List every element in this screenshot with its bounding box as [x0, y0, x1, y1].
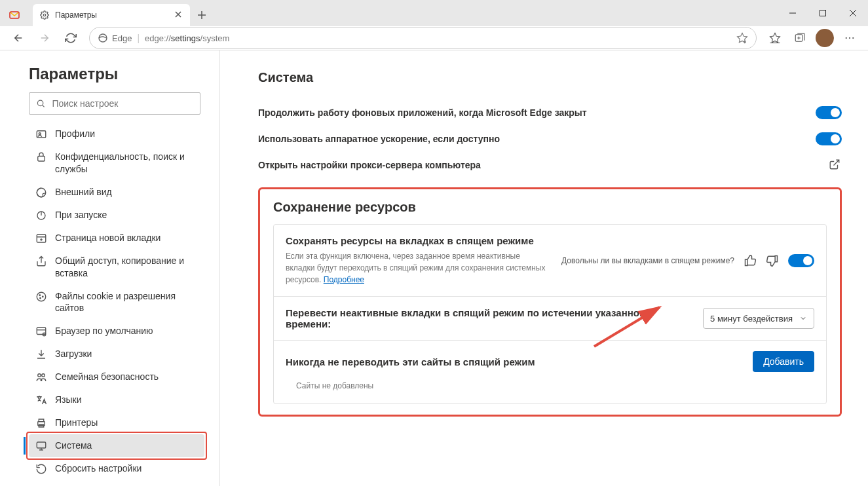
favorite-icon[interactable] — [736, 32, 748, 44]
thumbs-down-icon[interactable] — [766, 254, 779, 267]
favorites-icon[interactable] — [763, 26, 787, 50]
sidebar-item-newtab[interactable]: Страница новой вкладки — [29, 227, 207, 250]
sidebar-item-family[interactable]: Семейная безопасность — [29, 365, 207, 388]
avatar[interactable] — [813, 26, 837, 50]
forward-button[interactable] — [33, 26, 56, 50]
titlebar: Параметры — [0, 0, 868, 26]
gear-icon — [39, 10, 50, 20]
browser-toolbar: Edge | edge://settings/system — [0, 26, 868, 50]
close-icon[interactable] — [174, 10, 183, 20]
setting-background-apps: Продолжить работу фоновых приложений, ко… — [258, 100, 842, 126]
browser-tab[interactable]: Параметры — [33, 4, 190, 26]
chevron-down-icon — [799, 314, 807, 322]
sleep-title: Сохранять ресурсы на вкладках в спящем р… — [286, 235, 551, 246]
svg-point-15 — [37, 292, 46, 301]
svg-rect-2 — [820, 10, 826, 16]
timeout-dropdown[interactable]: 5 минут бездействия — [703, 308, 814, 329]
sidebar-item-system[interactable]: Система — [29, 434, 204, 457]
svg-point-1 — [43, 14, 46, 16]
settings-main: Система Продолжить работу фоновых прилож… — [220, 50, 868, 486]
svg-point-10 — [39, 133, 41, 135]
toggle-sleeping-tabs[interactable] — [788, 254, 814, 267]
app-icon — [9, 10, 20, 20]
svg-point-8 — [37, 100, 43, 105]
sidebar-item-startup[interactable]: При запуске — [29, 204, 207, 227]
svg-rect-11 — [38, 157, 45, 162]
new-tab-button[interactable] — [193, 6, 211, 24]
more-icon[interactable] — [838, 26, 861, 50]
never-sleep-label: Никогда не переводить эти сайты в спящий… — [286, 356, 535, 367]
thumbs-up-icon[interactable] — [744, 254, 757, 267]
sidebar-item-default[interactable]: Браузер по умолчанию — [29, 320, 207, 343]
url-text: edge://settings/system — [145, 33, 229, 43]
sleep-desc: Если эта функция включена, через заданно… — [286, 250, 548, 286]
setting-proxy[interactable]: Открыть настройки прокси-сервера компьют… — [258, 152, 842, 178]
resource-highlight: Сохранение ресурсов Сохранять ресурсы на… — [258, 187, 842, 417]
svg-rect-24 — [37, 442, 46, 448]
svg-line-26 — [594, 307, 660, 346]
resource-title: Сохранение ресурсов — [273, 200, 827, 215]
sidebar-item-share[interactable]: Общий доступ, копирование и вставка — [29, 250, 207, 285]
external-link-icon — [829, 159, 842, 172]
sidebar-item-phone[interactable]: Телефон и другие устройства — [29, 480, 207, 486]
sidebar-item-profiles[interactable]: Профили — [29, 122, 207, 145]
collections-icon[interactable] — [788, 26, 812, 50]
tab-title: Параметры — [55, 10, 169, 20]
svg-point-7 — [852, 37, 854, 39]
sidebar-item-reset[interactable]: Сбросить настройки — [29, 457, 207, 480]
svg-point-17 — [43, 296, 44, 297]
minimize-button[interactable] — [778, 0, 808, 26]
section-title: Система — [258, 70, 842, 85]
refresh-button[interactable] — [59, 26, 83, 50]
learn-more-link[interactable]: Подробнее — [324, 275, 364, 284]
svg-point-18 — [40, 297, 41, 299]
svg-point-5 — [846, 37, 847, 39]
svg-point-6 — [849, 37, 850, 39]
toggle-background-apps[interactable] — [816, 106, 842, 119]
svg-point-22 — [42, 374, 45, 377]
address-bar[interactable]: Edge | edge://settings/system — [89, 27, 757, 49]
close-window-button[interactable] — [838, 0, 868, 26]
sidebar-title: Параметры — [29, 65, 207, 83]
sidebar-item-languages[interactable]: Языки — [29, 388, 207, 411]
sidebar-item-downloads[interactable]: Загрузки — [29, 343, 207, 365]
settings-sidebar: Параметры Профили Конфиденциальность, по… — [0, 50, 217, 486]
sidebar-item-printers[interactable]: Принтеры — [29, 411, 207, 434]
search-input[interactable] — [29, 92, 200, 115]
search-icon — [36, 98, 45, 109]
back-button[interactable] — [7, 26, 30, 50]
sidebar-item-privacy[interactable]: Конфиденциальность, поиск и службы — [29, 145, 207, 181]
add-button[interactable]: Добавить — [753, 351, 814, 372]
sidebar-item-cookies[interactable]: Файлы cookie и разрешения сайтов — [29, 285, 207, 320]
sidebar-item-appearance[interactable]: Внешний вид — [29, 181, 207, 204]
svg-point-21 — [38, 374, 41, 377]
edge-icon — [98, 33, 108, 43]
toggle-hardware-accel[interactable] — [816, 132, 842, 145]
annotation-arrow — [588, 301, 673, 353]
svg-point-16 — [39, 295, 41, 296]
addr-prefix-text: Edge — [112, 33, 132, 43]
maximize-button[interactable] — [808, 0, 838, 26]
feedback-question: Довольны ли вы вкладками в спящем режиме… — [561, 256, 734, 265]
setting-hardware-accel: Использовать аппаратное ускорение, если … — [258, 126, 842, 152]
no-sites-text: Сайты не добавлены — [286, 372, 814, 393]
